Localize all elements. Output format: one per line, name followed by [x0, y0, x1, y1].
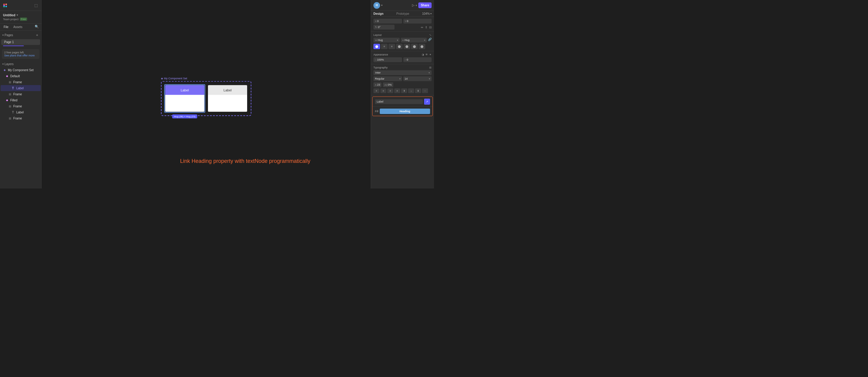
font-size-field[interactable]: 14 ▾ — [403, 76, 432, 81]
tab-file[interactable]: File — [2, 25, 10, 29]
layer-row-default[interactable]: ◆ Default — [1, 73, 41, 79]
free-badge: Free — [20, 18, 27, 21]
h-value: Hug — [404, 38, 410, 41]
layers-title: ▾ Layers — [2, 62, 13, 66]
text-valign-bottom-button[interactable]: ⬇ — [415, 88, 421, 93]
layer-label-frame-2: Frame — [13, 93, 22, 96]
lock-ratio-icon[interactable]: 🔗 — [428, 38, 432, 42]
play-button[interactable]: ▷ — [412, 3, 414, 7]
y-field[interactable]: Y 0 — [403, 19, 432, 24]
layer-label-frame-3: Frame — [13, 105, 22, 108]
figma-logo[interactable] — [2, 3, 8, 8]
right-panel: H ▾ ▷ ▾ Share Design Prototype 104% ▾ X … — [371, 0, 434, 188]
layer-row-label-2[interactable]: T Label — [1, 109, 41, 115]
page-item-1[interactable]: Page 1 — [1, 39, 40, 45]
pages-title: ▾ Pages — [2, 33, 13, 37]
layer-row-frame-4[interactable]: ⊞ Frame — [1, 115, 41, 121]
dropdown-chevron[interactable]: ▾ — [17, 13, 18, 17]
size-chevron-icon[interactable]: ▾ — [429, 78, 430, 80]
layer-row-my-component-set[interactable]: ◈ My Component Set — [1, 67, 41, 73]
typography-title-row: Typography ⊞ — [373, 66, 432, 69]
layout-arrows-icon[interactable]: ⤡ — [429, 33, 432, 36]
layer-label-label-1: Label — [16, 87, 24, 90]
eye-icon[interactable]: 👁 — [425, 53, 428, 56]
height-field[interactable]: H Hug ▾ — [401, 38, 427, 42]
align-top-button[interactable]: ⬤ — [396, 44, 403, 49]
constrain-icon[interactable]: ⊟ — [429, 26, 432, 29]
zoom-chevron-icon[interactable]: ▾ — [430, 12, 432, 15]
distribute-button[interactable]: ⬤ — [418, 44, 425, 49]
align-right-button[interactable]: ≡ — [389, 44, 395, 49]
upgrade-link[interactable]: See plans that offer more — [4, 54, 35, 57]
search-icon[interactable]: 🔍 — [35, 25, 39, 29]
font-weight-field[interactable]: Regular ▾ — [373, 76, 402, 81]
line-height-field[interactable]: A 23 — [373, 82, 381, 87]
variant-filled[interactable]: Label — [208, 85, 247, 112]
layers-chevron-icon[interactable]: ▾ — [2, 63, 4, 65]
text-align-right-button[interactable]: ≡ — [387, 88, 393, 93]
layer-row-label-1[interactable]: T Label — [1, 85, 41, 91]
x-field[interactable]: X 0 — [373, 19, 402, 24]
component-box-filled: Label — [208, 85, 247, 112]
appearance-title-row: Appearance ◑ 👁 ✦ — [373, 53, 432, 56]
font-chevron-icon[interactable]: ▾ — [429, 71, 430, 74]
svg-rect-1 — [5, 4, 7, 5]
rotation-field[interactable]: ↻ 0° — [373, 25, 395, 30]
filled-label-text: Label — [224, 88, 232, 92]
text-valign-mid-button[interactable]: ⬦ — [408, 88, 414, 93]
left-panel: ⬚ Untitled ▾ Team project Free File Asse… — [0, 0, 41, 188]
label-text-field[interactable]: Label — [375, 99, 423, 104]
text-align-left-button[interactable]: ≡ — [373, 88, 379, 93]
flip-v-icon[interactable]: ⇕ — [425, 26, 427, 29]
add-page-button[interactable]: ＋ — [35, 33, 39, 38]
font-field-row: Inter ▾ — [373, 70, 432, 75]
opacity-field[interactable]: □ 100% — [373, 57, 402, 62]
align-row: ⬤ ≡ ≡ ⬤ ⬤ ⬤ ⬤ — [373, 44, 432, 49]
font-weight-value: Regular — [375, 77, 384, 80]
layout-label: Layout — [373, 33, 381, 36]
typography-options-icon[interactable]: ⊞ — [429, 66, 432, 69]
label-link-button[interactable]: ↗ — [424, 98, 430, 105]
w-chevron-icon[interactable]: ▾ — [397, 39, 398, 41]
h-chevron-icon[interactable]: ▾ — [424, 39, 425, 41]
fill-heading-pill[interactable]: Heading — [380, 109, 430, 114]
text-valign-top-button[interactable]: ⬆ — [401, 88, 407, 93]
letter-spacing-icon: |A| — [384, 84, 387, 86]
play-chevron-icon[interactable]: ▾ — [415, 4, 417, 7]
pages-chevron-icon[interactable]: ▾ — [2, 34, 4, 36]
avatar-chevron-icon[interactable]: ▾ — [381, 4, 382, 7]
width-field[interactable]: W Hug ▾ — [373, 38, 400, 42]
tab-prototype[interactable]: Prototype — [396, 12, 409, 16]
fill-section: Fill Heading — [373, 107, 433, 116]
layer-row-frame-2[interactable]: ⊞ Frame — [1, 91, 41, 97]
align-bottom-button[interactable]: ⬤ — [411, 44, 418, 49]
effects-icon[interactable]: ✦ — [429, 53, 432, 56]
align-left-button[interactable]: ⬤ — [373, 44, 380, 49]
text-align-justify-button[interactable]: ≡ — [394, 88, 400, 93]
layer-row-frame-1[interactable]: ⊞ Frame — [1, 79, 41, 85]
layer-row-frame-3[interactable]: ⊞ Frame — [1, 103, 41, 109]
user-avatar[interactable]: H — [373, 2, 380, 9]
align-center-h-button[interactable]: ≡ — [381, 44, 388, 49]
frame-icon-2: ⊞ — [8, 92, 12, 96]
project-subtitle: Team project Free — [3, 18, 38, 21]
tab-design[interactable]: Design — [373, 12, 383, 16]
corner-field[interactable]: ⌐ 0 — [403, 57, 432, 62]
layer-row-filled[interactable]: ◆ Filled — [1, 97, 41, 103]
layout-toggle-icon[interactable]: ⬚ — [33, 3, 39, 8]
text-align-center-button[interactable]: ≡ — [380, 88, 386, 93]
canvas[interactable]: ◈ My Component Set Label Hug (36) × Hug … — [41, 0, 371, 188]
weight-chevron-icon[interactable]: ▾ — [399, 78, 401, 80]
share-button[interactable]: Share — [418, 2, 432, 8]
align-center-v-button[interactable]: ⬤ — [404, 44, 410, 49]
text-more-button[interactable]: ⋯ — [422, 88, 428, 93]
variant-default[interactable]: Label Hug (36) × Hug (23) — [165, 85, 204, 112]
letter-spacing-field[interactable]: |A| 0% — [383, 82, 393, 87]
tab-assets[interactable]: Assets — [12, 25, 24, 29]
fill-icon[interactable]: ◑ — [422, 53, 424, 56]
font-family-field[interactable]: Inter ▾ — [373, 70, 432, 75]
layer-label-label-2: Label — [16, 111, 24, 114]
layer-label-component-set: My Component Set — [8, 68, 34, 72]
right-top-bar: H ▾ ▷ ▾ Share — [371, 0, 434, 11]
flip-h-icon[interactable]: ⇔ — [421, 26, 423, 29]
